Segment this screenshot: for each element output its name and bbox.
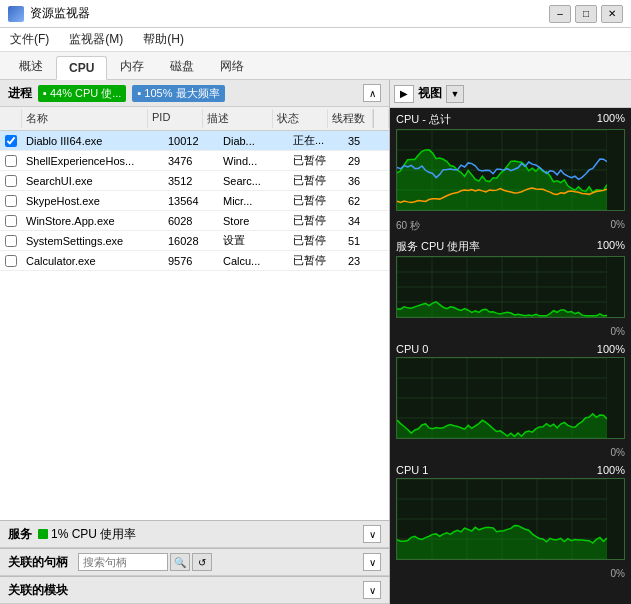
process-list: Diablo III64.exe 10012 Diab... 正在... 35 …	[0, 131, 389, 520]
service-cpu-chart	[396, 256, 625, 318]
cpu0-chart	[396, 357, 625, 439]
cpu-usage-badge: ▪ 44% CPU 使...	[38, 85, 126, 102]
process-checkbox[interactable]	[5, 135, 17, 147]
left-panel: 进程 ▪ 44% CPU 使... ▪ 105% 最大频率 ∧ 名称 PID 描…	[0, 80, 390, 604]
process-desc: 设置	[219, 231, 289, 250]
process-threads: 35	[344, 133, 389, 149]
tab-overview[interactable]: 概述	[6, 53, 56, 79]
right-panel-header: ▶ 视图 ▼	[390, 80, 631, 108]
cpu0-section: CPU 0 100% 0%	[396, 343, 625, 458]
process-checkbox[interactable]	[5, 215, 17, 227]
cpu-total-label: CPU - 总计 100%	[396, 112, 625, 127]
col-pid: PID	[148, 109, 203, 128]
cpu-total-section: CPU - 总计 100% 60 秒 0%	[396, 112, 625, 233]
table-row[interactable]: ShellExperienceHos... 3476 Wind... 已暂停 2…	[0, 151, 389, 171]
tab-network[interactable]: 网络	[207, 53, 257, 79]
col-scrollbar	[373, 109, 389, 128]
cpu0-footer: 0%	[396, 447, 625, 458]
minimize-button[interactable]: –	[549, 5, 571, 23]
freq-badge-icon: ▪	[137, 87, 141, 99]
col-status: 状态	[273, 109, 328, 128]
menu-file[interactable]: 文件(F)	[6, 29, 53, 50]
process-checkbox[interactable]	[5, 155, 17, 167]
handles-expand-button[interactable]: ∨	[363, 553, 381, 571]
process-name: ShellExperienceHos...	[22, 153, 164, 169]
services-title: 服务	[8, 526, 32, 543]
process-section-header: 进程 ▪ 44% CPU 使... ▪ 105% 最大频率 ∧	[0, 80, 389, 107]
view-label: 视图	[418, 85, 442, 102]
process-checkbox[interactable]	[5, 195, 17, 207]
right-panel: ▶ 视图 ▼ CPU - 总计 100% 60 秒 0%	[390, 80, 631, 604]
col-threads: 线程数	[328, 109, 373, 128]
process-name: SkypeHost.exe	[22, 193, 164, 209]
cpu-total-footer: 60 秒 0%	[396, 219, 625, 233]
process-checkbox[interactable]	[5, 255, 17, 267]
process-threads: 36	[344, 173, 389, 189]
process-pid: 13564	[164, 193, 219, 209]
tab-cpu[interactable]: CPU	[56, 56, 107, 80]
handles-header: 关联的句柄 🔍 ↺ ∨	[0, 549, 389, 576]
title-bar: 资源监视器 – □ ✕	[0, 0, 631, 28]
table-row[interactable]: SkypeHost.exe 13564 Micr... 已暂停 62	[0, 191, 389, 211]
search-box: 🔍 ↺	[78, 553, 212, 571]
cpu-badge-icon: ▪	[43, 87, 47, 99]
process-status: 已暂停	[289, 211, 344, 230]
cpu1-label: CPU 1 100%	[396, 464, 625, 476]
process-threads: 62	[344, 193, 389, 209]
table-row[interactable]: SearchUI.exe 3512 Searc... 已暂停 36	[0, 171, 389, 191]
tab-memory[interactable]: 内存	[107, 53, 157, 79]
process-table: 名称 PID 描述 状态 线程数 Diablo III64.exe 10012 …	[0, 107, 389, 520]
table-row[interactable]: Diablo III64.exe 10012 Diab... 正在... 35	[0, 131, 389, 151]
service-cpu-label: 服务 CPU 使用率 100%	[396, 239, 625, 254]
freq-badge: ▪ 105% 最大频率	[132, 85, 224, 102]
view-dropdown[interactable]: ▼	[446, 85, 464, 103]
process-threads: 34	[344, 213, 389, 229]
modules-section: 关联的模块 ∨	[0, 576, 389, 604]
col-name: 名称	[22, 109, 148, 128]
process-status: 已暂停	[289, 231, 344, 250]
cpu-total-chart	[396, 129, 625, 211]
table-row[interactable]: WinStore.App.exe 6028 Store 已暂停 34	[0, 211, 389, 231]
cpu1-footer: 0%	[396, 568, 625, 579]
process-name: WinStore.App.exe	[22, 213, 164, 229]
cpu0-label: CPU 0 100%	[396, 343, 625, 355]
process-name: Calculator.exe	[22, 253, 164, 269]
menu-monitor[interactable]: 监视器(M)	[65, 29, 127, 50]
process-checkbox[interactable]	[5, 235, 17, 247]
cpu1-section: CPU 1 100% 0%	[396, 464, 625, 579]
handles-title: 关联的句柄	[8, 554, 68, 571]
process-pid: 10012	[164, 133, 219, 149]
tab-disk[interactable]: 磁盘	[157, 53, 207, 79]
table-row[interactable]: Calculator.exe 9576 Calcu... 已暂停 23	[0, 251, 389, 271]
table-row[interactable]: SystemSettings.exe 16028 设置 已暂停 51	[0, 231, 389, 251]
process-expand-button[interactable]: ∧	[363, 84, 381, 102]
col-checkbox	[0, 109, 22, 128]
process-pid: 3512	[164, 173, 219, 189]
close-button[interactable]: ✕	[601, 5, 623, 23]
process-desc: Store	[219, 213, 289, 229]
handles-section: 关联的句柄 🔍 ↺ ∨	[0, 548, 389, 576]
process-status: 正在...	[289, 131, 344, 150]
cpu-badge-text: 44% CPU 使...	[50, 86, 122, 101]
process-status: 已暂停	[289, 151, 344, 170]
menu-help[interactable]: 帮助(H)	[139, 29, 188, 50]
process-threads: 23	[344, 253, 389, 269]
app-icon	[8, 6, 24, 22]
service-cpu-footer: 0%	[396, 326, 625, 337]
forward-button[interactable]: ▶	[394, 85, 414, 103]
process-status: 已暂停	[289, 251, 344, 270]
maximize-button[interactable]: □	[575, 5, 597, 23]
main-content: 进程 ▪ 44% CPU 使... ▪ 105% 最大频率 ∧ 名称 PID 描…	[0, 80, 631, 604]
process-name: Diablo III64.exe	[22, 133, 164, 149]
services-section: 服务 1% CPU 使用率 ∨	[0, 520, 389, 548]
process-checkbox[interactable]	[5, 175, 17, 187]
services-expand-button[interactable]: ∨	[363, 525, 381, 543]
search-button[interactable]: 🔍	[170, 553, 190, 571]
modules-expand-button[interactable]: ∨	[363, 581, 381, 599]
process-status: 已暂停	[289, 171, 344, 190]
process-name: SystemSettings.exe	[22, 233, 164, 249]
process-pid: 9576	[164, 253, 219, 269]
services-header: 服务 1% CPU 使用率 ∨	[0, 521, 389, 548]
refresh-button[interactable]: ↺	[192, 553, 212, 571]
search-input[interactable]	[78, 553, 168, 571]
